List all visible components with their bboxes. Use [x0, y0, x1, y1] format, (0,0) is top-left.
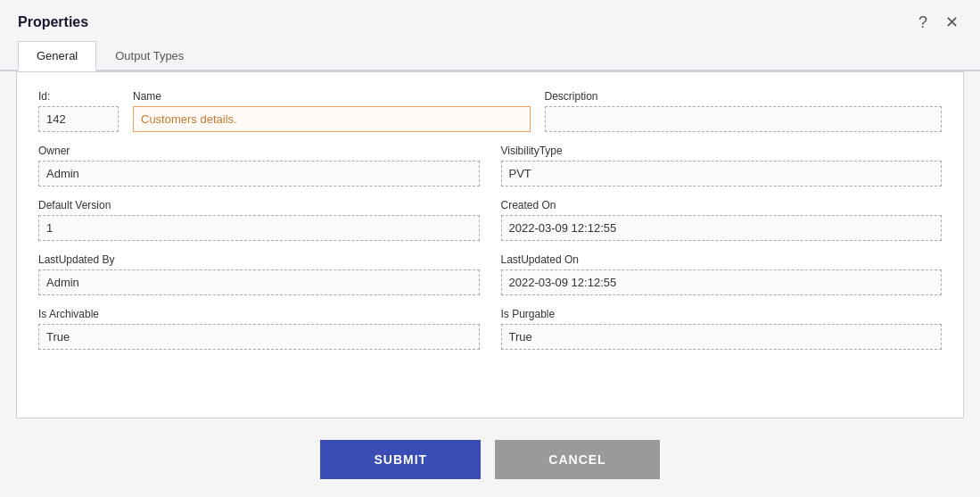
visibility-type-label: VisibilityType — [501, 145, 943, 157]
field-default-version: Default Version — [38, 199, 480, 241]
field-id: Id: — [38, 90, 119, 132]
field-last-updated-on: LastUpdated On — [501, 253, 943, 295]
dialog-container: Properties ? ✕ General Output Types Id: … — [0, 0, 980, 497]
last-updated-on-label: LastUpdated On — [501, 253, 943, 266]
row-archivable-purgable: Is Archivable Is Purgable — [38, 308, 942, 350]
id-label: Id: — [38, 90, 119, 103]
submit-button[interactable]: SUBMIT — [320, 440, 481, 479]
is-archivable-label: Is Archivable — [38, 308, 480, 320]
description-label: Description — [545, 90, 943, 103]
row-version-created: Default Version Created On — [38, 199, 942, 241]
default-version-label: Default Version — [38, 199, 480, 211]
field-visibility-type: VisibilityType — [501, 145, 943, 186]
name-label: Name — [133, 90, 531, 103]
is-purgable-input[interactable] — [501, 324, 943, 350]
dialog-header: Properties ? ✕ — [0, 0, 980, 41]
last-updated-by-label: LastUpdated By — [38, 253, 480, 266]
field-is-archivable: Is Archivable — [38, 308, 480, 350]
field-owner: Owner — [38, 145, 480, 186]
field-description: Description — [545, 90, 943, 132]
id-input[interactable] — [38, 106, 119, 132]
visibility-type-input[interactable] — [501, 161, 943, 186]
created-on-label: Created On — [501, 199, 943, 211]
is-archivable-input[interactable] — [38, 324, 480, 350]
tabs-bar: General Output Types — [0, 41, 980, 71]
default-version-input[interactable] — [38, 215, 480, 241]
name-input[interactable] — [133, 106, 531, 132]
row-updated-by-on: LastUpdated By LastUpdated On — [38, 253, 942, 295]
row-owner-visibility: Owner VisibilityType — [38, 145, 942, 186]
is-purgable-label: Is Purgable — [501, 308, 943, 320]
form-area: Id: Name Description Owner — [16, 71, 964, 418]
dialog-wrapper: Properties ? ✕ General Output Types Id: … — [0, 0, 980, 497]
last-updated-on-input[interactable] — [501, 269, 943, 295]
last-updated-by-input[interactable] — [38, 269, 480, 295]
created-on-input[interactable] — [501, 215, 943, 241]
field-last-updated-by: LastUpdated By — [38, 253, 480, 295]
tab-general[interactable]: General — [18, 41, 96, 71]
field-created-on: Created On — [501, 199, 943, 241]
tab-output-types[interactable]: Output Types — [96, 41, 202, 71]
row-id-name-desc: Id: Name Description — [38, 90, 942, 132]
help-button[interactable]: ? — [915, 12, 931, 32]
owner-input[interactable] — [38, 161, 480, 186]
field-name: Name — [133, 90, 531, 132]
description-input[interactable] — [545, 106, 943, 132]
field-is-purgable: Is Purgable — [501, 308, 943, 350]
owner-label: Owner — [38, 145, 480, 157]
close-button[interactable]: ✕ — [942, 12, 962, 32]
cancel-button[interactable]: CANCEL — [495, 440, 659, 479]
dialog-title: Properties — [18, 14, 88, 30]
button-row: SUBMIT CANCEL — [0, 418, 980, 497]
header-icons: ? ✕ — [915, 12, 962, 32]
